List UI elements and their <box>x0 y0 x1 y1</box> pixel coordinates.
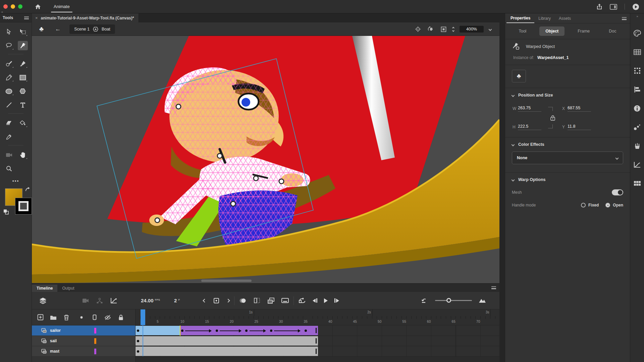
app-tab-animate[interactable]: Animate <box>49 0 74 13</box>
tab-assets[interactable]: Assets <box>555 14 575 23</box>
subtab-object[interactable]: Object <box>539 26 565 36</box>
frames-area[interactable]: 1s2s3s 510152025303540455055606570 <box>136 309 499 362</box>
mesh-toggle[interactable] <box>612 189 623 195</box>
swatches-panel-icon[interactable] <box>634 48 641 56</box>
reset-colors-icon[interactable] <box>3 209 9 215</box>
frame-track-sail[interactable] <box>136 336 499 346</box>
playhead[interactable] <box>141 309 146 325</box>
keyframe-dot[interactable] <box>181 329 183 332</box>
zoom-dropdown-icon[interactable] <box>489 27 492 31</box>
minimize-window-button[interactable] <box>11 4 15 9</box>
link-dimensions[interactable] <box>547 105 559 130</box>
graph-editor-button[interactable] <box>110 297 117 304</box>
free-transform-tool[interactable] <box>18 27 28 37</box>
motion-presets-panel-icon[interactable] <box>634 123 641 131</box>
subtab-doc[interactable]: Doc <box>603 26 622 36</box>
keyframe-dot[interactable] <box>137 329 139 332</box>
workspace-icon[interactable] <box>610 4 617 10</box>
rotation-tool-icon[interactable] <box>427 25 434 33</box>
more-tools-icon[interactable]: ••• <box>12 178 19 184</box>
asset-warp-tool[interactable] <box>18 41 28 50</box>
color-effect-dropdown[interactable]: None <box>512 152 623 164</box>
pencil-tool[interactable] <box>4 73 14 82</box>
transform-panel-icon[interactable] <box>634 67 641 74</box>
tab-properties[interactable]: Properties <box>506 14 534 23</box>
stage[interactable] <box>32 36 499 283</box>
static-span[interactable] <box>136 347 318 356</box>
eyedropper-tool[interactable] <box>4 132 14 141</box>
next-keyframe-button[interactable] <box>226 299 230 302</box>
frame-track-mast[interactable] <box>136 346 499 357</box>
tools-menu-icon[interactable] <box>24 16 29 19</box>
polystar-tool[interactable] <box>18 86 28 96</box>
highlight-column-icon[interactable] <box>78 314 85 321</box>
close-document-icon[interactable]: × <box>35 15 38 20</box>
home-icon[interactable] <box>35 4 41 9</box>
properties-menu-icon[interactable] <box>622 17 627 20</box>
tab-library[interactable]: Library <box>534 14 555 23</box>
layer-name[interactable]: sailor <box>50 328 61 333</box>
layer-parenting-button[interactable] <box>96 297 103 304</box>
radio-fixed[interactable]: Fixed <box>581 203 599 207</box>
step-forward-button[interactable] <box>334 298 339 303</box>
close-window-button[interactable] <box>3 4 8 9</box>
collapse-tools-icon[interactable]: « <box>1 10 3 14</box>
info-panel-icon[interactable] <box>634 105 641 112</box>
back-button[interactable]: ← <box>55 26 61 33</box>
timeline-menu-icon[interactable] <box>491 286 496 289</box>
timeline-zoom-slider[interactable] <box>435 300 472 301</box>
current-frame-display[interactable]: 2F <box>174 298 180 303</box>
zoom-stepper[interactable] <box>452 27 454 32</box>
clip-content-icon[interactable] <box>440 25 447 33</box>
subtab-tool[interactable]: Tool <box>513 26 532 36</box>
paint-bucket-tool[interactable] <box>18 118 28 128</box>
horizontal-scrollbar[interactable] <box>32 280 499 282</box>
keyframe-dot[interactable] <box>137 340 139 342</box>
fluid-brush-tool[interactable] <box>4 59 14 68</box>
add-folder-button[interactable] <box>50 314 57 321</box>
section-header-color-effects[interactable]: Color Effects <box>512 142 623 147</box>
insert-keyframe-button[interactable] <box>213 297 220 304</box>
tween_blue-span[interactable] <box>136 326 180 335</box>
frame-rate-display[interactable]: 24.00FPS <box>141 298 160 303</box>
share-icon[interactable] <box>596 3 602 10</box>
layer-outline-color-chip[interactable] <box>94 338 96 344</box>
components-panel-icon[interactable] <box>634 180 641 187</box>
timeline-zoom-knob[interactable] <box>446 298 451 303</box>
rectangle-tool[interactable] <box>18 73 28 82</box>
eraser-tool[interactable] <box>4 118 14 128</box>
hand-tool[interactable] <box>18 150 28 160</box>
asset-warp-object-button[interactable]: ♣ <box>512 70 526 82</box>
keyframe-dot[interactable] <box>137 350 139 353</box>
modify-frame-span-button[interactable] <box>281 297 289 304</box>
zoom-level-field[interactable]: 400% <box>460 26 484 33</box>
section-header-warp-options[interactable]: Warp Options <box>512 177 623 182</box>
align-panel-icon[interactable] <box>634 86 641 93</box>
layer-row-sail[interactable]: sail <box>32 336 135 346</box>
layer-outline-color-chip[interactable] <box>94 328 96 334</box>
keyframe-dot[interactable] <box>245 329 248 332</box>
scrollbar-thumb[interactable] <box>201 280 252 282</box>
document-tab[interactable]: × animate-Tutorial-9-Asset-Warp-Tool.fla… <box>32 13 139 22</box>
quick-share-circle-icon[interactable] <box>632 3 639 10</box>
oval-tool[interactable] <box>4 86 14 96</box>
color-panel-icon[interactable] <box>634 29 641 37</box>
edit-multiple-frames-button[interactable] <box>267 297 275 304</box>
keyframe-dot[interactable] <box>305 329 307 332</box>
motion-editor-panel-icon[interactable] <box>634 161 641 168</box>
delete-layer-button[interactable] <box>63 314 70 321</box>
stage-canvas[interactable] <box>32 36 499 283</box>
frame-track-sailor[interactable] <box>136 325 499 336</box>
reset-timeline-zoom-button[interactable] <box>421 297 428 304</box>
frame-ruler[interactable]: 1s2s3s 510152025303540455055606570 <box>136 309 499 325</box>
line-tool[interactable] <box>4 100 14 110</box>
subtab-frame[interactable]: Frame <box>572 26 596 36</box>
width-value[interactable]: 263.75 <box>518 106 541 112</box>
swap-colors-icon[interactable] <box>25 187 30 192</box>
previous-keyframe-button[interactable] <box>203 299 207 302</box>
y-value[interactable]: 11.8 <box>568 124 591 130</box>
maximize-window-button[interactable] <box>18 4 22 9</box>
camera-tool[interactable] <box>4 150 14 160</box>
text-tool[interactable] <box>18 100 28 110</box>
tween_purple-span[interactable] <box>180 326 318 335</box>
